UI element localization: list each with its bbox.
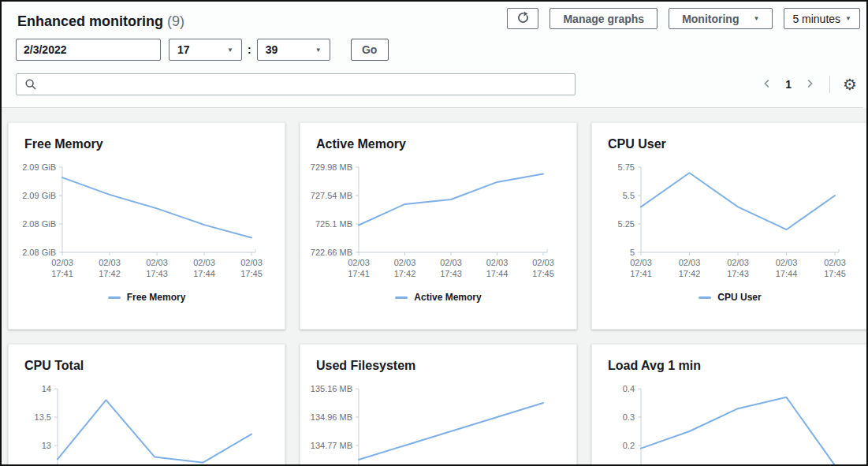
svg-text:725.1 MB: 725.1 MB [315, 219, 352, 229]
svg-text:02/03: 02/03 [51, 258, 73, 267]
date-field[interactable] [16, 39, 161, 61]
chevron-down-icon: ▼ [315, 47, 322, 54]
svg-text:13: 13 [42, 441, 51, 450]
chart-card: Used Filesystem 135.16 MB134.96 MB134.77… [300, 344, 577, 466]
interval-dropdown-label: 5 minutes [792, 13, 840, 25]
series-line [641, 397, 835, 465]
go-button[interactable]: Go [351, 39, 389, 61]
svg-text:02/03: 02/03 [532, 258, 554, 267]
chart-title: CPU User [592, 123, 868, 151]
hour-value: 17 [177, 43, 190, 56]
hour-select[interactable]: 17 ▼ [169, 39, 242, 61]
svg-text:5.5: 5.5 [623, 191, 635, 200]
svg-text:17:43: 17:43 [146, 269, 168, 278]
search-icon [24, 78, 37, 94]
chevron-left-icon [762, 78, 773, 91]
chart-card: Load Avg 1 min 0.40.30.2 [591, 344, 868, 466]
svg-text:02/03: 02/03 [440, 258, 462, 267]
svg-text:02/03: 02/03 [679, 258, 701, 267]
svg-text:02/03: 02/03 [727, 258, 749, 267]
page-number: 1 [779, 78, 798, 91]
svg-text:5.75: 5.75 [618, 162, 635, 172]
chevron-down-icon: ▼ [227, 47, 233, 54]
chart-title: Active Memory [300, 123, 576, 151]
svg-text:2.09 GiB: 2.09 GiB [22, 191, 56, 200]
series-line [359, 174, 543, 226]
svg-text:17:42: 17:42 [394, 269, 416, 278]
minute-select[interactable]: 39 ▼ [257, 39, 330, 61]
refresh-icon [516, 11, 530, 27]
interval-dropdown-button[interactable]: 5 minutes ▼ [784, 8, 860, 29]
svg-text:135.16 MB: 135.16 MB [311, 384, 352, 393]
datetime-controls: 17 ▼ : 39 ▼ Go [16, 39, 860, 61]
svg-text:17:41: 17:41 [348, 269, 370, 278]
previous-page-button[interactable] [758, 75, 776, 95]
chevron-right-icon [804, 78, 815, 91]
svg-text:0.4: 0.4 [623, 384, 635, 393]
legend-swatch [395, 296, 408, 299]
chevron-down-icon: ▼ [845, 15, 851, 22]
svg-text:2.08 GiB: 2.08 GiB [22, 248, 56, 257]
svg-text:727.54 MB: 727.54 MB [311, 191, 352, 200]
svg-text:13.5: 13.5 [35, 412, 51, 422]
toolbar: Manage graphs Monitoring ▼ 5 minutes ▼ [507, 8, 860, 29]
legend-label: Free Memory [127, 292, 186, 303]
svg-text:02/03: 02/03 [146, 258, 168, 267]
svg-text:2.09 GiB: 2.09 GiB [22, 162, 56, 172]
charts-grid: Free Memory 2.09 GiB2.09 GiB2.08 GiB2.08… [8, 122, 860, 466]
svg-text:17:45: 17:45 [824, 269, 846, 278]
header: Enhanced monitoring(9) Manage graphs Mon… [2, 2, 866, 108]
chart-title: CPU Total [9, 345, 285, 373]
chart-card: Free Memory 2.09 GiB2.09 GiB2.08 GiB2.08… [8, 122, 285, 330]
svg-text:17:44: 17:44 [193, 269, 215, 278]
chart-plot: 135.16 MB134.96 MB134.77 MB [300, 382, 577, 466]
chart-plot: 5.755.55.25502/0317:4102/0317:4202/0317:… [592, 161, 868, 279]
svg-text:722.66 MB: 722.66 MB [311, 248, 352, 257]
chart-card: Active Memory 729.98 MB727.54 MB725.1 MB… [300, 122, 577, 330]
svg-text:17:42: 17:42 [99, 269, 121, 278]
chart-plot: 729.98 MB727.54 MB725.1 MB722.66 MB02/03… [300, 161, 577, 279]
svg-text:02/03: 02/03 [824, 258, 846, 267]
time-separator: : [248, 43, 251, 56]
svg-text:02/03: 02/03 [240, 258, 263, 267]
svg-text:2.08 GiB: 2.08 GiB [22, 219, 56, 229]
pagination: 1 ⚙ [758, 75, 860, 95]
graph-count: (9) [167, 13, 184, 29]
svg-text:17:45: 17:45 [240, 269, 263, 278]
chart-card: CPU Total 1413.513 [8, 344, 285, 466]
svg-text:02/03: 02/03 [394, 258, 416, 267]
chart-title: Load Avg 1 min [592, 345, 868, 373]
svg-text:17:43: 17:43 [727, 269, 749, 278]
svg-text:02/03: 02/03 [776, 258, 798, 267]
svg-text:729.98 MB: 729.98 MB [311, 162, 352, 172]
series-line [62, 177, 251, 237]
chart-plot: 2.09 GiB2.09 GiB2.08 GiB2.08 GiB02/0317:… [9, 161, 285, 279]
svg-text:17:43: 17:43 [440, 269, 462, 278]
series-line [58, 400, 251, 462]
svg-text:0.3: 0.3 [623, 412, 635, 422]
legend-swatch [698, 296, 711, 299]
svg-text:134.77 MB: 134.77 MB [311, 441, 352, 450]
svg-text:02/03: 02/03 [486, 258, 509, 267]
manage-graphs-button[interactable]: Manage graphs [549, 8, 658, 29]
chevron-down-icon: ▼ [753, 15, 759, 22]
chart-title: Free Memory [9, 123, 285, 151]
svg-text:02/03: 02/03 [99, 258, 121, 267]
svg-text:17:45: 17:45 [532, 269, 554, 278]
refresh-button[interactable] [507, 8, 538, 29]
svg-text:17:44: 17:44 [776, 269, 798, 278]
svg-text:17:44: 17:44 [486, 269, 509, 278]
series-line [359, 403, 543, 460]
chart-legend: CPU User [592, 292, 868, 303]
legend-label: CPU User [717, 292, 761, 303]
settings-button[interactable]: ⚙ [841, 76, 859, 92]
next-page-button[interactable] [801, 75, 818, 95]
monitoring-dropdown-button[interactable]: Monitoring ▼ [669, 8, 773, 29]
svg-text:17:41: 17:41 [630, 269, 652, 278]
svg-text:02/03: 02/03 [348, 258, 370, 267]
charts-area: Free Memory 2.09 GiB2.09 GiB2.08 GiB2.08… [2, 108, 866, 465]
chart-card: CPU User 5.755.55.25502/0317:4102/0317:4… [591, 122, 868, 330]
search-input[interactable] [16, 73, 576, 95]
minute-value: 39 [266, 43, 278, 56]
pager-divider [829, 76, 830, 93]
